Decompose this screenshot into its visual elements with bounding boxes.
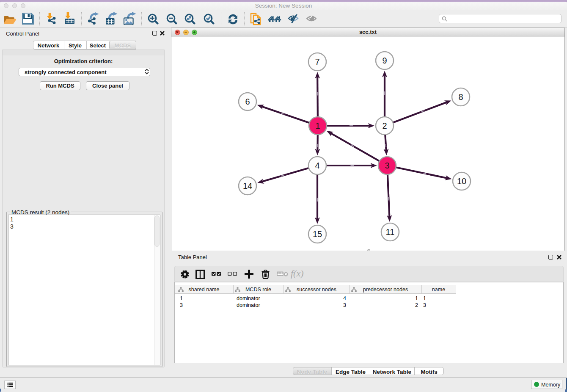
svg-text:1: 1 [315, 121, 320, 130]
svg-text:11: 11 [386, 227, 395, 237]
svg-text:14: 14 [243, 181, 252, 190]
svg-text:4: 4 [315, 161, 319, 170]
svg-text:7: 7 [315, 57, 319, 66]
svg-text:3: 3 [385, 161, 389, 170]
svg-text:2: 2 [382, 121, 387, 130]
svg-text:6: 6 [245, 97, 250, 106]
svg-text:9: 9 [382, 56, 387, 65]
svg-text:15: 15 [313, 229, 322, 239]
svg-text:10: 10 [457, 177, 466, 186]
svg-text:8: 8 [458, 92, 463, 102]
